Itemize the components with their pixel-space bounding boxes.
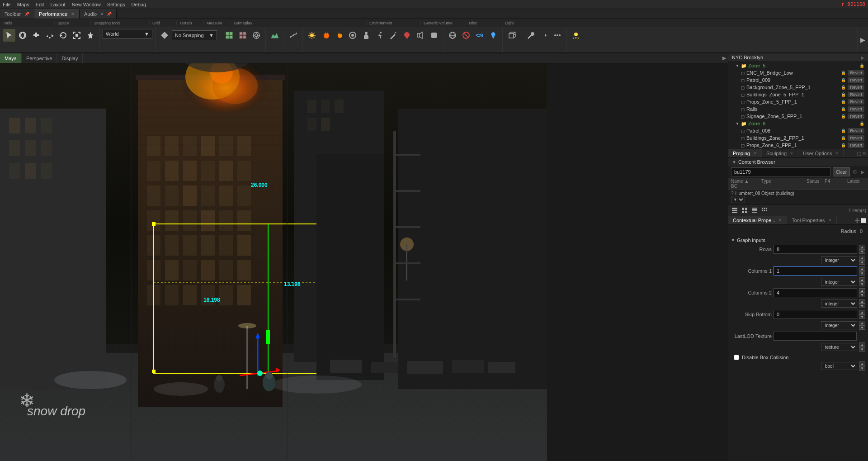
- gameplay-sword-icon[interactable]: [387, 29, 400, 42]
- pin-tool-icon[interactable]: [84, 29, 97, 42]
- columns2-input[interactable]: [774, 288, 857, 297]
- grid-layer2-icon[interactable]: [236, 29, 249, 42]
- orbit-tool-icon[interactable]: [16, 29, 29, 42]
- tree-item-props-zone6[interactable]: ◻ Props_Zone_6_FPP_1 🔒 Revert: [728, 142, 868, 149]
- bg-zone5-revert-btn[interactable]: Revert: [848, 85, 864, 90]
- panel-tab-sculpting[interactable]: Sculpting ✕: [762, 149, 798, 157]
- tree-item-bg-zone5[interactable]: ◻ Background_Zone_5_FPP_1 🔒 Revert: [728, 84, 868, 91]
- gameplay-circle-icon[interactable]: [346, 29, 359, 42]
- disable-box-checkbox[interactable]: [734, 355, 739, 360]
- viewport-expand-btn[interactable]: ▶: [721, 55, 728, 61]
- viewport-tab-perspective[interactable]: Perspective: [22, 53, 57, 63]
- columns1-spin-up[interactable]: ▲: [859, 266, 865, 271]
- columns1-spin-down[interactable]: ▼: [859, 271, 865, 276]
- lastlod-browse-icon[interactable]: ⋯: [859, 333, 865, 340]
- columns1-type-select[interactable]: integer: [821, 278, 857, 286]
- columns1-input[interactable]: [774, 266, 857, 276]
- gameplay-volume-icon[interactable]: [414, 29, 427, 42]
- select-tool-icon[interactable]: [3, 29, 15, 42]
- rotate-tool-icon[interactable]: [57, 29, 70, 42]
- rows-input[interactable]: [774, 245, 857, 254]
- disable-box-type-select[interactable]: bool: [821, 362, 857, 370]
- snap-diamond-icon[interactable]: [158, 29, 171, 42]
- tp-tab-contextual[interactable]: Contextual Prope... ✕: [728, 216, 787, 224]
- tab-audio-pin[interactable]: 📌: [107, 12, 112, 16]
- lastlod-input[interactable]: [774, 332, 857, 341]
- cb-search-input[interactable]: [731, 167, 831, 176]
- scene-tree-scroll-right[interactable]: ▶: [861, 55, 864, 60]
- tp-expand-icon[interactable]: ⬜: [861, 218, 866, 223]
- cb-clear-btn[interactable]: Clear: [833, 167, 850, 176]
- disable-box-type-spin-up[interactable]: ▲: [859, 361, 865, 366]
- gameplay-skull-icon[interactable]: [401, 29, 413, 42]
- tab-performance[interactable]: Performance ✕: [34, 9, 80, 19]
- snapping-dropdown[interactable]: No Snapping ▼: [172, 30, 217, 40]
- misc-arrow-icon[interactable]: [538, 29, 550, 42]
- columns1-type-spin-up[interactable]: ▲: [859, 277, 865, 282]
- env-crystal-icon[interactable]: [487, 29, 500, 42]
- signage-zone5-revert-btn[interactable]: Revert: [848, 114, 864, 119]
- gameplay-run-icon[interactable]: [373, 29, 386, 42]
- user-options-close-icon[interactable]: ✕: [835, 151, 839, 156]
- tree-item-buildings-zone2[interactable]: ◻ Buildings_Zone_2_FPP_1 🔒 Revert: [728, 134, 868, 142]
- tree-item-signage-zone5[interactable]: ◻ Signage_Zone_5_FPP_1 🔒 Revert: [728, 113, 868, 120]
- tree-item-enc-bridge[interactable]: ◻ ENC_M_Bridge_Low 🔒 Revert: [728, 69, 868, 76]
- patrol008-revert-btn[interactable]: Revert: [848, 128, 864, 133]
- gameplay-fire-icon[interactable]: [319, 29, 332, 42]
- panel-icon-list1[interactable]: [730, 206, 739, 215]
- lastlod-type-select[interactable]: texture: [821, 343, 857, 351]
- tab-toolbar-pin[interactable]: 📌: [24, 12, 29, 16]
- terrain-icon[interactable]: [269, 29, 281, 42]
- tree-item-patrol009[interactable]: ◻ Patrol_009 🔒 Revert: [728, 76, 868, 84]
- toolbar-expand-btn[interactable]: ▶: [857, 27, 868, 52]
- cb-row-dropdown[interactable]: ▼: [731, 196, 745, 203]
- skip-bottom-input[interactable]: [774, 310, 857, 319]
- props-zone5-revert-btn[interactable]: Revert: [848, 99, 864, 105]
- cb-row-humbert08[interactable]: ?Humbert_08 Object (building) ▼: [728, 190, 868, 204]
- tp-add-icon[interactable]: ➕: [854, 218, 860, 223]
- menu-layout[interactable]: Layout: [51, 2, 66, 7]
- viewport-tab-maya[interactable]: Maya: [0, 53, 22, 63]
- buildings-zone2-revert-btn[interactable]: Revert: [848, 135, 864, 141]
- rows-type-spin-up[interactable]: ▲: [859, 256, 865, 260]
- menu-settings[interactable]: Settings: [107, 2, 125, 7]
- bridge-revert-btn[interactable]: Revert: [848, 70, 864, 76]
- grid-layer1-icon[interactable]: [223, 29, 236, 42]
- tree-item-zone5[interactable]: ▼ 📁 Zone_5 🔒: [728, 62, 868, 69]
- columns2-type-select[interactable]: integer: [821, 299, 857, 308]
- lastlod-type-spin-up[interactable]: ▲: [859, 342, 865, 347]
- panel-tab-proping[interactable]: Proping ✕: [728, 149, 762, 157]
- skip-bottom-type-select[interactable]: integer: [821, 321, 857, 329]
- light-icon[interactable]: [570, 29, 582, 42]
- skip-bottom-type-spin-down[interactable]: ▼: [859, 325, 865, 330]
- rows-type-select[interactable]: integer: [821, 256, 857, 264]
- move-tool-icon[interactable]: [43, 29, 56, 42]
- gameplay-extra-icon[interactable]: [428, 29, 440, 42]
- panel-icon-list3[interactable]: [750, 206, 759, 215]
- tab-audio-close[interactable]: ✕: [100, 12, 104, 16]
- cb-expand-icon[interactable]: ▶: [860, 168, 865, 176]
- tab-performance-close[interactable]: ✕: [71, 12, 75, 16]
- viewport-canvas[interactable]: 26.000 13.198 18.198: [0, 63, 728, 461]
- skip-bottom-type-spin-up[interactable]: ▲: [859, 321, 865, 325]
- columns2-spin-up[interactable]: ▲: [859, 288, 865, 293]
- menu-file[interactable]: File: [3, 2, 11, 7]
- tab-toolbar[interactable]: Toolbar 📌: [0, 9, 34, 19]
- panel-max-icon[interactable]: ▢: [857, 151, 861, 157]
- contextual-close-icon[interactable]: ✕: [778, 218, 782, 223]
- menu-new-window[interactable]: New Window: [72, 2, 101, 7]
- gameplay-person-icon[interactable]: [360, 29, 373, 42]
- menu-edit[interactable]: Edit: [36, 2, 44, 7]
- panel-tab-user-options[interactable]: User Options ✕: [798, 149, 844, 157]
- proping-close-icon[interactable]: ✕: [753, 151, 757, 156]
- tree-item-props-zone5[interactable]: ◻ Props_Zone_5_FPP_1 🔒 Revert: [728, 98, 868, 105]
- patrol009-revert-btn[interactable]: Revert: [848, 77, 864, 83]
- rows-type-spin-down[interactable]: ▼: [859, 260, 865, 265]
- skip-bottom-spin-up[interactable]: ▲: [859, 310, 865, 314]
- lastlod-type-spin-down[interactable]: ▼: [859, 347, 865, 352]
- buildings-zone5-revert-btn[interactable]: Revert: [848, 92, 864, 97]
- cb-settings-icon[interactable]: ⚙: [852, 168, 858, 176]
- env-wind-icon[interactable]: [473, 29, 486, 42]
- measure-icon[interactable]: [287, 29, 300, 42]
- pan-tool-icon[interactable]: [30, 29, 42, 42]
